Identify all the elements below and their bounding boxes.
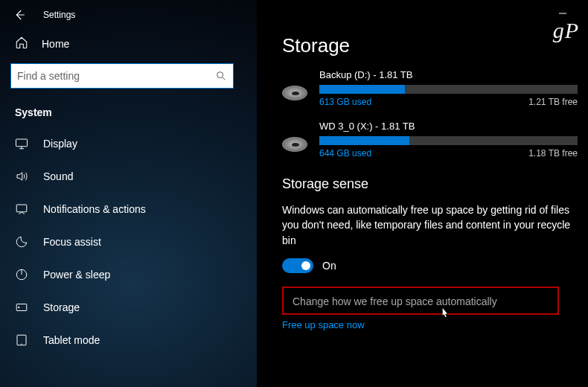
free-up-now-link[interactable]: Free up space now — [282, 319, 578, 330]
display-icon — [15, 137, 28, 150]
drive-stats: 644 GB used 1.18 TB free — [319, 148, 578, 159]
storage-sense-toggle-row: On — [282, 258, 578, 273]
sidebar-item-label: Sound — [43, 170, 73, 182]
sidebar-item-tablet-mode[interactable]: Tablet mode — [0, 324, 257, 356]
drive-free-label: 1.21 TB free — [528, 97, 578, 107]
sidebar-item-storage[interactable]: Storage — [0, 291, 257, 324]
drive-name: Backup (D:) - 1.81 TB — [319, 69, 578, 80]
sidebar-menu: Display Sound Notifications & actions Fo… — [0, 127, 257, 356]
home-label: Home — [42, 38, 69, 50]
home-icon — [15, 36, 28, 51]
drive-used-link[interactable]: 644 GB used — [319, 148, 371, 159]
sidebar-item-label: Tablet mode — [43, 334, 100, 346]
drive-usage-bar — [319, 85, 578, 94]
drive-body: WD 3_0 (X:) - 1.81 TB 644 GB used 1.18 T… — [319, 121, 578, 159]
drive-body: Backup (D:) - 1.81 TB 613 GB used 1.21 T… — [319, 69, 578, 107]
titlebar — [282, 6, 578, 21]
storage-sense-description: Windows can automatically free up space … — [282, 202, 572, 248]
arrow-left-icon — [13, 8, 26, 22]
sound-icon — [15, 170, 28, 183]
storage-sense-toggle[interactable] — [282, 258, 313, 273]
drive-row[interactable]: WD 3_0 (X:) - 1.81 TB 644 GB used 1.18 T… — [282, 121, 578, 159]
main-content: gP Storage Backup (D:) - 1.81 TB 613 GB … — [257, 0, 588, 387]
drive-used-link[interactable]: 613 GB used — [319, 97, 371, 107]
search-container — [0, 57, 257, 96]
sidebar-item-power-sleep[interactable]: Power & sleep — [0, 258, 257, 291]
drive-row[interactable]: Backup (D:) - 1.81 TB 613 GB used 1.21 T… — [282, 69, 578, 107]
page-title: Storage — [282, 34, 578, 57]
sidebar-item-label: Power & sleep — [43, 269, 110, 281]
drive-icon — [282, 86, 309, 106]
power-icon — [15, 268, 28, 281]
storage-icon — [15, 301, 28, 314]
drive-usage-fill — [319, 85, 405, 94]
svg-point-0 — [217, 72, 223, 78]
highlight-callout: Change how we free up space automaticall… — [282, 287, 559, 315]
sidebar-item-label: Focus assist — [43, 236, 101, 248]
focus-assist-icon — [15, 235, 28, 249]
sidebar-header: Settings — [0, 0, 257, 30]
sidebar-item-sound[interactable]: Sound — [0, 160, 257, 193]
drive-name: WD 3_0 (X:) - 1.81 TB — [319, 121, 578, 132]
sidebar-item-label: Notifications & actions — [43, 203, 146, 215]
drive-stats: 613 GB used 1.21 TB free — [319, 97, 578, 107]
search-box[interactable] — [10, 63, 234, 89]
svg-rect-1 — [16, 139, 28, 147]
search-input[interactable] — [17, 70, 215, 82]
notifications-icon — [15, 202, 28, 216]
tablet-icon — [15, 333, 28, 347]
settings-sidebar: Settings Home System Display — [0, 0, 257, 387]
sidebar-item-label: Storage — [43, 301, 80, 313]
search-icon — [215, 70, 227, 82]
window-title: Settings — [43, 10, 75, 20]
drive-free-label: 1.18 TB free — [528, 148, 578, 159]
sidebar-item-home[interactable]: Home — [0, 30, 257, 57]
back-button[interactable] — [7, 3, 31, 27]
svg-rect-2 — [16, 205, 27, 212]
category-label: System — [0, 96, 257, 127]
sidebar-item-display[interactable]: Display — [0, 127, 257, 160]
svg-point-5 — [19, 307, 20, 308]
sidebar-item-focus-assist[interactable]: Focus assist — [0, 226, 257, 258]
drive-usage-fill — [319, 136, 409, 145]
toggle-state-label: On — [322, 260, 336, 272]
change-free-up-link[interactable]: Change how we free up space automaticall… — [293, 295, 549, 307]
toggle-knob — [301, 261, 310, 270]
storage-sense-title: Storage sense — [282, 176, 578, 192]
minimize-icon — [558, 9, 567, 18]
watermark-logo: gP — [553, 18, 579, 43]
drive-icon — [282, 137, 309, 158]
sidebar-item-label: Display — [43, 138, 77, 150]
svg-rect-6 — [17, 335, 26, 345]
sidebar-item-notifications[interactable]: Notifications & actions — [0, 193, 257, 226]
drive-usage-bar — [319, 136, 578, 145]
